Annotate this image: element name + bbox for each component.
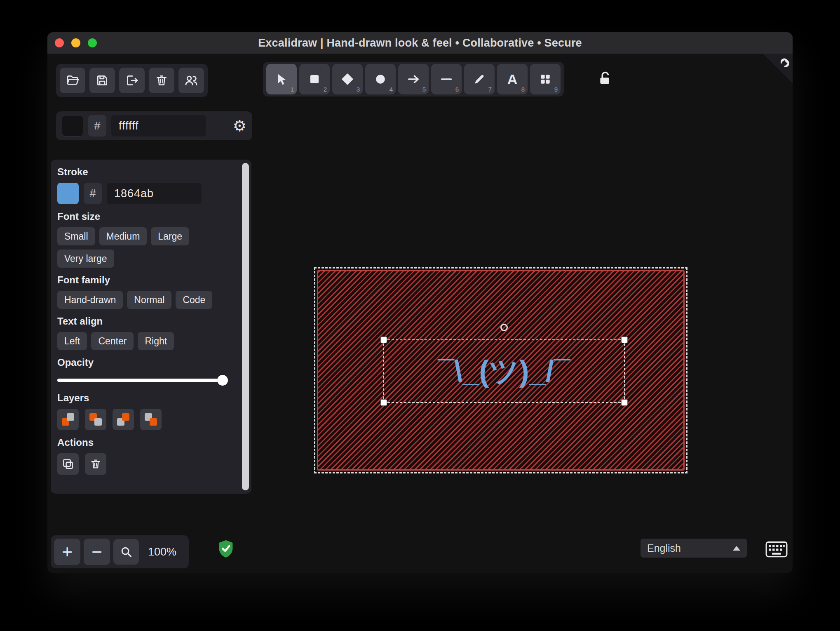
send-backward-button[interactable]	[85, 409, 106, 430]
save-file-button[interactable]	[89, 68, 115, 93]
keyboard-icon	[765, 541, 788, 558]
minimize-window-button[interactable]	[71, 38, 80, 47]
delete-button[interactable]	[85, 453, 106, 475]
excalidraw-window: Excalidraw | Hand-drawn look & feel • Co…	[47, 32, 793, 573]
bring-forward-button[interactable]	[113, 409, 134, 430]
ellipse-icon	[374, 73, 387, 85]
font-size-options: Small Medium Large Very large	[57, 227, 235, 268]
shield-check-icon	[218, 539, 234, 558]
font-size-large-button[interactable]: Large	[151, 227, 189, 245]
send-to-back-button[interactable]	[57, 409, 79, 430]
pencil-icon	[473, 73, 486, 85]
text-align-right-button[interactable]: Right	[138, 332, 174, 350]
layers-buttons	[57, 409, 235, 430]
stroke-color-row: # 1864ab	[57, 183, 235, 204]
background-hex-input[interactable]: ffffff	[111, 115, 206, 137]
resize-handle-bottom-right[interactable]	[621, 399, 628, 406]
export-button[interactable]	[119, 68, 145, 93]
zoom-window-button[interactable]	[88, 38, 97, 47]
close-window-button[interactable]	[55, 38, 64, 47]
bring-to-front-icon	[145, 413, 157, 426]
text-tool-icon: A	[507, 72, 518, 86]
collaboration-button[interactable]	[178, 68, 204, 93]
zoom-toolbar: + − 100%	[51, 535, 189, 568]
tool-key-label: 1	[291, 86, 294, 93]
tool-selection[interactable]: 1	[266, 64, 297, 94]
github-corner[interactable]	[763, 54, 793, 83]
diamond-icon	[341, 73, 354, 86]
font-size-label: Font size	[57, 211, 235, 222]
text-align-options: Left Center Right	[57, 332, 235, 350]
panel-scrollbar[interactable]	[242, 163, 249, 490]
opacity-slider-track	[57, 379, 226, 382]
tool-ellipse[interactable]: 4	[365, 64, 396, 94]
encryption-shield-button[interactable]	[218, 539, 234, 560]
font-family-label: Font family	[57, 274, 235, 286]
resize-handle-top-left[interactable]	[380, 337, 387, 343]
rotate-handle[interactable]	[500, 324, 508, 331]
font-size-medium-button[interactable]: Medium	[99, 227, 147, 245]
tool-key-label: 7	[488, 86, 492, 93]
tool-diamond[interactable]: 3	[332, 64, 363, 94]
reset-zoom-button[interactable]	[113, 539, 139, 565]
line-icon	[440, 73, 453, 86]
stroke-hex-hash: #	[84, 183, 102, 204]
tool-key-label: 6	[455, 86, 459, 93]
text-selection-box: ¯\_(ツ)_/¯	[383, 339, 625, 403]
font-family-code-button[interactable]: Code	[176, 291, 212, 309]
zoom-percentage[interactable]: 100%	[148, 546, 176, 558]
rectangle-icon	[308, 73, 321, 85]
font-size-small-button[interactable]: Small	[57, 227, 95, 245]
properties-panel: Stroke # 1864ab Font size Small Medium L…	[51, 160, 251, 494]
tool-draw[interactable]: 7	[464, 64, 495, 94]
stroke-color-swatch[interactable]	[57, 183, 79, 204]
language-selected-value: English	[647, 542, 681, 554]
tool-library[interactable]: 9	[530, 64, 561, 94]
library-grid-icon	[539, 73, 552, 86]
duplicate-icon	[62, 458, 74, 470]
opacity-slider-thumb[interactable]	[217, 375, 228, 386]
duplicate-button[interactable]	[57, 453, 79, 475]
font-size-verylarge-button[interactable]: Very large	[57, 250, 114, 268]
stroke-hex-input[interactable]: 1864ab	[107, 183, 202, 204]
trash-icon	[90, 458, 101, 470]
open-file-button[interactable]	[60, 68, 85, 93]
canvas-background-swatch[interactable]	[62, 115, 83, 137]
canvas-text-element[interactable]: ¯\_(ツ)_/¯	[438, 356, 570, 386]
text-align-left-button[interactable]: Left	[57, 332, 87, 350]
zoom-out-button[interactable]: −	[84, 539, 110, 565]
clear-canvas-button[interactable]	[149, 68, 174, 93]
language-select[interactable]: English	[641, 539, 747, 558]
lock-tool-button[interactable]	[597, 70, 613, 87]
folder-open-icon	[66, 74, 79, 87]
font-family-options: Hand-drawn Normal Code	[57, 291, 235, 309]
opacity-slider[interactable]	[57, 375, 226, 386]
font-family-normal-button[interactable]: Normal	[127, 291, 171, 309]
resize-handle-top-right[interactable]	[621, 337, 628, 343]
tool-key-label: 3	[357, 86, 360, 93]
unlock-icon	[597, 70, 613, 87]
tool-key-label: 8	[521, 86, 525, 93]
text-align-center-button[interactable]: Center	[91, 332, 134, 350]
settings-gear-icon[interactable]: ⚙	[233, 118, 246, 134]
bring-to-front-button[interactable]	[140, 409, 162, 430]
layers-label: Layers	[57, 392, 235, 404]
tool-line[interactable]: 6	[431, 64, 462, 94]
tool-key-label: 2	[324, 86, 327, 93]
tool-rectangle[interactable]: 2	[299, 64, 330, 94]
font-family-handdrawn-button[interactable]: Hand-drawn	[57, 291, 123, 309]
resize-handle-bottom-left[interactable]	[380, 399, 387, 406]
tool-text[interactable]: A 8	[497, 64, 528, 94]
tool-arrow[interactable]: 5	[398, 64, 429, 94]
trash-icon	[155, 74, 168, 87]
file-toolbar	[56, 64, 208, 97]
keyboard-shortcuts-button[interactable]	[765, 541, 788, 559]
bring-forward-icon	[117, 413, 129, 426]
stroke-label: Stroke	[57, 166, 235, 178]
zoom-in-button[interactable]: +	[54, 539, 80, 565]
opacity-label: Opacity	[57, 357, 235, 368]
tool-key-label: 5	[422, 86, 426, 93]
traffic-lights	[55, 38, 97, 47]
tool-key-label: 4	[389, 86, 393, 93]
send-to-back-icon	[62, 413, 74, 426]
